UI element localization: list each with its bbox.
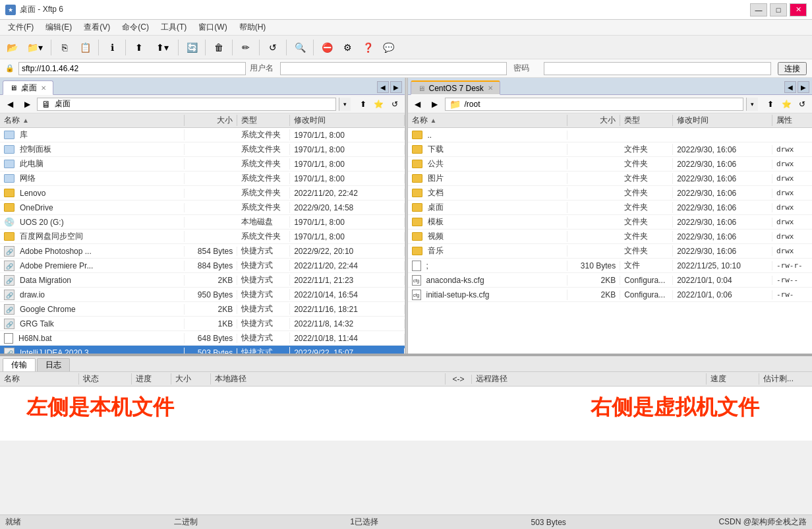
list-item[interactable]: 🔗draw.io 950 Bytes 快捷方式 2022/10/14, 16:5…	[0, 288, 405, 302]
toolbar: 📂 📁▾ ⎘ 📋 ℹ ⬆ ⬆▾ 🔄 🗑 ✏ ↺ 🔍 ⛔ ⚙ ❓ 💬	[0, 36, 812, 59]
minimize-button[interactable]: —	[750, 3, 767, 16]
menu-command[interactable]: 命令(C)	[117, 20, 154, 34]
list-item[interactable]: 下载 文件夹 2022/9/30, 16:06 drwx	[408, 142, 813, 157]
stop-btn[interactable]: ⛔	[318, 38, 336, 57]
list-item[interactable]: ..	[408, 128, 813, 142]
left-panel: 🖥 桌面 ✕ ◀ ▶ ◀ ▶ 🖥 桌面 ▾ ⬆	[0, 78, 405, 354]
left-folder-icon: 🖥	[42, 99, 51, 109]
list-item[interactable]: 图片 文件夹 2022/9/30, 16:06 drwx	[408, 171, 813, 186]
left-bookmark-btn[interactable]: ⭐	[372, 97, 386, 111]
delete-btn[interactable]: 🗑	[210, 38, 228, 57]
address-input[interactable]	[18, 62, 246, 75]
right-tab-close[interactable]: ✕	[488, 84, 493, 92]
list-item[interactable]: 库 系统文件夹 1970/1/1, 8:00	[0, 128, 405, 142]
right-forward-btn[interactable]: ▶	[428, 97, 442, 111]
list-item[interactable]: 🔗Google Chrome 2KB 快捷方式 2022/11/16, 18:2…	[0, 302, 405, 317]
copy-btn[interactable]: ⎘	[55, 38, 74, 57]
right-tab-next[interactable]: ▶	[798, 81, 809, 93]
filter-btn[interactable]: 🔍	[291, 38, 309, 57]
paste-btn[interactable]: 📋	[76, 38, 94, 57]
list-item[interactable]: 🔗Adobe Premiere Pr... 884 Bytes 快捷方式 202…	[0, 259, 405, 273]
list-item[interactable]: 此电脑 系统文件夹 1970/1/1, 8:00	[0, 157, 405, 171]
left-path-dropdown[interactable]: ▾	[339, 98, 351, 111]
left-col-size[interactable]: 大小	[185, 115, 237, 126]
menu-window[interactable]: 窗口(W)	[193, 20, 232, 34]
list-item[interactable]: cfginitial-setup-ks.cfg 2KB Configura...…	[408, 288, 813, 302]
connect-button[interactable]: 连接	[778, 62, 807, 75]
chat-btn[interactable]: 💬	[379, 38, 397, 57]
list-item[interactable]: 🔗GRG Talk 1KB 快捷方式 2022/11/8, 14:32	[0, 317, 405, 331]
sync-btn[interactable]: 🔄	[183, 38, 201, 57]
username-input[interactable]	[280, 62, 508, 75]
list-item[interactable]: 文档 文件夹 2022/9/30, 16:06 drwx	[408, 186, 813, 201]
right-col-date[interactable]: 修改时间	[673, 115, 772, 126]
close-button[interactable]: ✕	[790, 3, 807, 16]
menu-help[interactable]: 帮助(H)	[234, 20, 272, 34]
status-binary: 二进制	[174, 516, 198, 528]
right-col-size[interactable]: 大小	[567, 115, 620, 126]
right-col-attr[interactable]: 属性	[772, 115, 812, 126]
transfer-tab-transfer[interactable]: 传输	[3, 358, 36, 371]
list-item[interactable]: 桌面 文件夹 2022/9/30, 16:06 drwx	[408, 201, 813, 215]
menu-edit[interactable]: 编辑(E)	[40, 20, 77, 34]
menu-file[interactable]: 文件(F)	[3, 20, 39, 34]
upload-more-btn[interactable]: ⬆▾	[150, 38, 174, 57]
right-path-text: /root	[465, 100, 480, 109]
list-item[interactable]: 视频 文件夹 2022/9/30, 16:06 drwx	[408, 230, 813, 244]
list-item[interactable]: 🔗Data Migration 2KB 快捷方式 2022/11/1, 21:2…	[0, 273, 405, 288]
open-btn[interactable]: 📁▾	[23, 38, 47, 57]
settings-btn[interactable]: ⚙	[338, 38, 357, 57]
right-bookmark-btn[interactable]: ⭐	[779, 97, 794, 111]
refresh-btn[interactable]: ↺	[264, 38, 282, 57]
left-file-list[interactable]: 库 系统文件夹 1970/1/1, 8:00 控制面板 系统文件夹 1970/1…	[0, 128, 405, 354]
left-col-name[interactable]: 名称 ▲	[0, 115, 185, 126]
right-tab-centos[interactable]: 🖥 CentOS 7 Desk ✕	[411, 80, 500, 95]
menu-view[interactable]: 查看(V)	[78, 20, 115, 34]
left-up-btn[interactable]: ⬆	[356, 97, 370, 111]
right-back-btn[interactable]: ◀	[411, 97, 425, 111]
maximize-button[interactable]: □	[770, 3, 787, 16]
transfer-tab-log[interactable]: 日志	[37, 358, 70, 371]
left-refresh-btn[interactable]: ↺	[388, 97, 402, 111]
right-tab-prev[interactable]: ◀	[784, 81, 796, 93]
left-tab-close[interactable]: ✕	[41, 84, 46, 92]
help-btn[interactable]: ❓	[359, 38, 377, 57]
list-item[interactable]: 💿UOS 20 (G:) 本地磁盘 1970/1/1, 8:00	[0, 215, 405, 230]
left-tab-next[interactable]: ▶	[390, 81, 402, 93]
upload-btn[interactable]: ⬆	[130, 38, 148, 57]
left-forward-btn[interactable]: ▶	[20, 97, 34, 111]
right-refresh-btn[interactable]: ↺	[795, 97, 809, 111]
right-col-type[interactable]: 类型	[620, 115, 673, 126]
properties-btn[interactable]: ℹ	[103, 38, 121, 57]
list-item[interactable]: 🔗Adobe Photoshop ... 854 Bytes 快捷方式 2022…	[0, 244, 405, 259]
transfer-col-name: 名称	[0, 373, 79, 385]
right-folder-icon: 📁	[450, 99, 461, 109]
list-item[interactable]: H68N.bat 648 Bytes 快捷方式 2022/10/18, 11:4…	[0, 331, 405, 346]
rename-btn[interactable]: ✏	[237, 38, 255, 57]
list-item[interactable]: 百度网盘同步空间 系统文件夹 1970/1/1, 8:00	[0, 230, 405, 244]
right-up-btn[interactable]: ⬆	[763, 97, 778, 111]
left-tab-desktop[interactable]: 🖥 桌面 ✕	[3, 80, 53, 95]
list-item[interactable]: 🔗IntelliJ IDEA 2020.3 ... 503 Bytes 快捷方式…	[0, 346, 405, 354]
new-session-btn[interactable]: 📂	[3, 38, 21, 57]
list-item[interactable]: OneDrive 系统文件夹 2022/9/20, 14:58	[0, 201, 405, 215]
right-col-name[interactable]: 名称 ▲	[408, 115, 568, 126]
password-input[interactable]	[544, 62, 771, 75]
right-path-dropdown[interactable]: ▾	[746, 98, 758, 111]
left-back-btn[interactable]: ◀	[3, 97, 17, 111]
list-item[interactable]: 网络 系统文件夹 1970/1/1, 8:00	[0, 171, 405, 186]
left-col-type[interactable]: 类型	[237, 115, 290, 126]
list-item[interactable]: ; 310 Bytes 文件 2022/11/25, 10:10 -rw-r-	[408, 259, 813, 273]
left-col-date[interactable]: 修改时间	[290, 115, 404, 126]
list-item[interactable]: Lenovo 系统文件夹 2022/11/20, 22:42	[0, 186, 405, 201]
right-file-list[interactable]: .. 下载 文件夹 2022/9/30, 16:06 drwx 公共 文件夹 2…	[408, 128, 813, 354]
transfer-content: 左侧是本机文件 右侧是虚拟机文件	[0, 387, 812, 441]
left-tab-prev[interactable]: ◀	[377, 81, 389, 93]
list-item[interactable]: 音乐 文件夹 2022/9/30, 16:06 drwx	[408, 244, 813, 259]
transfer-col-status: 状态	[79, 373, 132, 385]
list-item[interactable]: 控制面板 系统文件夹 1970/1/1, 8:00	[0, 142, 405, 157]
list-item[interactable]: cfganaconda-ks.cfg 2KB Configura... 2022…	[408, 273, 813, 288]
list-item[interactable]: 模板 文件夹 2022/9/30, 16:06 drwx	[408, 215, 813, 230]
list-item[interactable]: 公共 文件夹 2022/9/30, 16:06 drwx	[408, 157, 813, 171]
menu-tools[interactable]: 工具(T)	[156, 20, 192, 34]
